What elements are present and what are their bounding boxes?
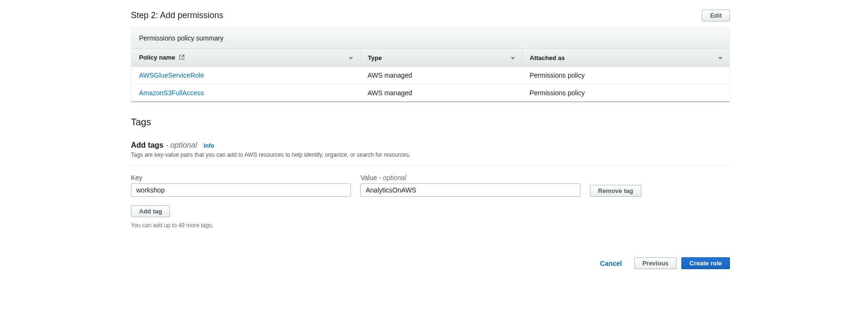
col-attached[interactable]: Attached as [522, 49, 729, 67]
col-attached-label: Attached as [530, 54, 565, 61]
policy-type-cell: AWS managed [360, 84, 522, 102]
tag-key-input[interactable] [131, 183, 351, 197]
add-tags-label: Add tags - optional [131, 141, 197, 150]
create-role-button[interactable]: Create role [681, 257, 730, 269]
permissions-policy-panel: Permissions policy summary Policy name [131, 27, 730, 102]
info-link[interactable]: Info [204, 142, 214, 149]
tags-description: Tags are key-value pairs that you can ad… [131, 151, 730, 158]
policy-table: Policy name Type [131, 49, 729, 102]
tag-value-input[interactable] [360, 183, 580, 197]
step-title: Step 2: Add permissions [131, 10, 223, 20]
divider [131, 165, 730, 165]
col-type-label: Type [368, 54, 382, 61]
col-policy-name[interactable]: Policy name [131, 49, 360, 67]
edit-button[interactable]: Edit [702, 10, 730, 21]
remove-tag-button[interactable]: Remove tag [590, 185, 641, 197]
sort-icon[interactable] [718, 54, 723, 61]
optional-text: - optional [163, 141, 197, 149]
value-label: Value - optional [360, 174, 580, 182]
add-tags-text: Add tags [131, 141, 163, 149]
sort-icon[interactable] [510, 54, 515, 61]
policy-summary-header: Permissions policy summary [131, 28, 729, 49]
tags-heading: Tags [131, 117, 730, 128]
key-label: Key [131, 174, 351, 182]
add-tag-button[interactable]: Add tag [131, 205, 170, 217]
policy-name-link[interactable]: AmazonS3FullAccess [139, 89, 204, 97]
footer-actions: Cancel Previous Create role [131, 257, 730, 269]
external-link-icon [179, 54, 185, 61]
policy-name-link[interactable]: AWSGlueServiceRole [139, 71, 204, 79]
col-type[interactable]: Type [360, 49, 522, 67]
policy-attached-cell: Permissions policy [522, 67, 729, 84]
table-row: AmazonS3FullAccess AWS managed Permissio… [131, 84, 729, 102]
tag-row: Key Value - optional Remove tag [131, 174, 730, 197]
table-row: AWSGlueServiceRole AWS managed Permissio… [131, 67, 729, 84]
tags-limit-text: You can add up to 49 more tags. [131, 222, 730, 229]
value-label-text: Value [360, 174, 377, 182]
policy-type-cell: AWS managed [360, 67, 522, 84]
sort-icon[interactable] [349, 54, 353, 61]
value-optional-text: - optional [377, 174, 406, 182]
col-policy-name-label: Policy name [139, 54, 175, 61]
cancel-button[interactable]: Cancel [592, 258, 629, 269]
policy-attached-cell: Permissions policy [522, 84, 729, 102]
previous-button[interactable]: Previous [634, 257, 677, 269]
